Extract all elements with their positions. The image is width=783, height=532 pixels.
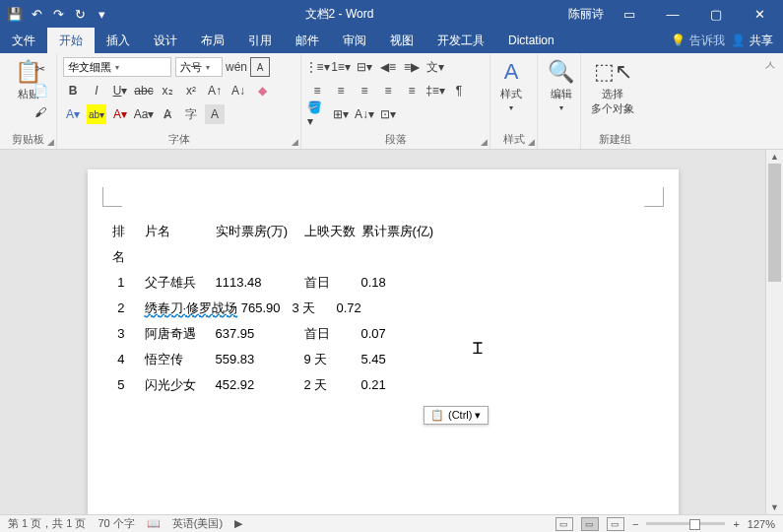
minimize-button[interactable]: — [655,0,690,28]
align-right-button[interactable]: ≡ [355,81,374,100]
cut-icon[interactable]: ✂ [31,59,50,79]
vertical-scrollbar[interactable]: ▲ ▼ [765,150,783,514]
scroll-up-icon[interactable]: ▲ [766,150,783,164]
character-border-icon[interactable]: A [250,57,270,77]
font-name-combo[interactable]: 华文细黑▾ [63,57,171,77]
styles-icon: A [504,59,519,85]
snap-button[interactable]: ⊡▾ [378,104,398,124]
paste-options-button[interactable]: 📋(Ctrl) ▾ [424,406,489,425]
user-name[interactable]: 陈丽诗 [568,6,604,23]
enclose-character-button[interactable]: 字 [181,104,201,124]
tab-layout[interactable]: 布局 [189,28,236,53]
tab-insert[interactable]: 插入 [95,28,142,53]
scroll-thumb[interactable] [768,164,781,282]
proofing-icon[interactable]: 📖 [147,517,161,530]
qat-more-icon[interactable]: ▾ [93,5,110,23]
maximize-button[interactable]: ▢ [698,0,734,28]
tell-me-search[interactable]: 💡 告诉我 [671,33,725,49]
tab-mailings[interactable]: 邮件 [284,28,331,53]
font-size-combo[interactable]: 六号▾ [175,57,223,77]
text-cursor-icon: Ꮖ [473,340,484,358]
print-layout-button[interactable]: ▭ [581,517,599,531]
tab-dictation[interactable]: Dictation [496,28,566,53]
font-color-button[interactable]: A▾ [110,104,130,124]
tab-references[interactable]: 引用 [236,28,284,53]
text-effects-button[interactable]: A▾ [63,104,83,124]
find-icon: 🔍 [548,59,574,85]
distributed-button[interactable]: ≡ [402,81,422,100]
refresh-icon[interactable]: ↻ [71,5,89,23]
table-header-row: 排名 片名 实时票房(万) 上映天数 累计票房(亿) [105,219,661,270]
macro-icon[interactable]: ▶ [234,517,242,530]
copy-icon[interactable]: 📄 [31,81,50,100]
zoom-out-button[interactable]: − [632,518,638,530]
save-icon[interactable]: 💾 [6,5,24,23]
underline-button[interactable]: U▾ [110,81,130,100]
zoom-in-button[interactable]: + [733,518,739,530]
format-painter-icon[interactable]: 🖌 [31,102,50,122]
bold-button[interactable]: B [63,81,83,100]
tab-file[interactable]: 文件 [0,28,47,53]
redo-icon[interactable]: ↷ [49,5,67,23]
italic-button[interactable]: I [87,81,106,100]
cursor-icon: ⬚↖ [594,59,632,85]
tab-design[interactable]: 设计 [142,28,189,53]
styles-dialog-launcher[interactable]: ◢ [528,137,535,147]
language-status[interactable]: 英语(美国) [172,516,223,531]
show-marks-button[interactable]: ¶ [449,81,469,100]
styles-button[interactable]: A 样式▾ [496,57,526,114]
change-case-button[interactable]: Aa▾ [134,104,154,124]
highlight-button[interactable]: ab▾ [87,104,106,124]
undo-icon[interactable]: ↶ [28,5,45,23]
align-center-button[interactable]: ≡ [331,81,351,100]
paragraph-dialog-launcher[interactable]: ◢ [481,137,488,147]
eraser-icon[interactable]: ◆ [252,81,272,100]
close-button[interactable]: ✕ [742,0,777,28]
tab-review[interactable]: 审阅 [331,28,378,53]
font-dialog-launcher[interactable]: ◢ [292,137,298,147]
shrink-font-button[interactable]: A↓ [228,81,248,100]
align-left-button[interactable]: ≡ [307,81,327,100]
asian-layout-button[interactable]: 文▾ [425,57,445,77]
decrease-indent-button[interactable]: ◀≡ [378,57,398,77]
editing-button[interactable]: 🔍 编辑▾ [544,57,578,114]
strikethrough-button[interactable]: abc [134,81,154,100]
font-group-label: 字体 [63,130,294,147]
word-count-status[interactable]: 70 个字 [98,516,134,531]
clear-formatting-button[interactable]: A̷ [158,104,177,124]
ribbon-toggle-icon[interactable]: ▭ [612,0,647,28]
borders-button[interactable]: ⊞▾ [331,104,351,124]
table-row: 1父子雄兵1113.48首日0.18 [105,270,661,296]
read-mode-button[interactable]: ▭ [555,517,573,531]
document-area[interactable]: 排名 片名 实时票房(万) 上映天数 累计票房(亿) 1父子雄兵1113.48首… [0,150,765,514]
page-number-status[interactable]: 第 1 页，共 1 页 [8,516,86,531]
line-spacing-button[interactable]: ‡≡▾ [425,81,445,100]
table-row: 4悟空传559.839 天5.45 [105,347,661,372]
grow-font-button[interactable]: A↑ [205,81,225,100]
paragraph-group-label: 段落 [307,130,484,147]
character-shading-button[interactable]: A [205,104,225,124]
sort-button[interactable]: A↓▾ [355,104,374,124]
zoom-level[interactable]: 127% [748,518,775,530]
zoom-slider[interactable] [646,522,725,525]
phonetic-guide-icon[interactable]: wén [227,57,246,77]
table-row: 5闪光少女452.922 天0.21 [105,372,661,398]
share-button[interactable]: 👤 共享 [731,33,773,49]
margin-corner-right [644,187,664,207]
tab-home[interactable]: 开始 [47,28,95,53]
web-layout-button[interactable]: ▭ [607,517,624,531]
tab-view[interactable]: 视图 [378,28,425,53]
increase-indent-button[interactable]: ≡▶ [402,57,422,77]
select-objects-button[interactable]: ⬚↖ 选择 多个对象 [587,57,638,118]
shading-button[interactable]: 🪣▾ [307,104,327,124]
tab-developer[interactable]: 开发工具 [425,28,496,53]
subscript-button[interactable]: x₂ [158,81,177,100]
scroll-down-icon[interactable]: ▼ [766,500,783,514]
bullets-button[interactable]: ⋮≡▾ [307,57,327,77]
collapse-ribbon-icon[interactable]: ㅅ [757,53,783,149]
justify-button[interactable]: ≡ [378,81,398,100]
superscript-button[interactable]: x² [181,81,201,100]
multilevel-list-button[interactable]: ⊟▾ [355,57,374,77]
numbering-button[interactable]: 1≡▾ [331,57,351,77]
clipboard-dialog-launcher[interactable]: ◢ [47,137,54,147]
